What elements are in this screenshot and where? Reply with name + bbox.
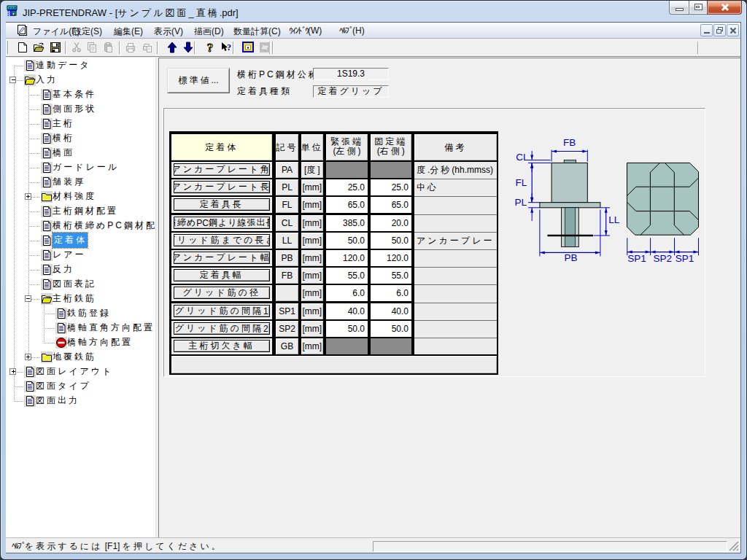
svg-text:FB: FB — [563, 137, 576, 148]
svg-text:?: ? — [207, 41, 214, 55]
svg-text:PB: PB — [564, 252, 577, 263]
svg-text:SP1: SP1 — [627, 253, 646, 264]
svg-text:?: ? — [227, 42, 231, 52]
svg-text:PL: PL — [515, 197, 527, 208]
svg-text:FL: FL — [516, 177, 527, 188]
svg-text:SP2: SP2 — [654, 253, 673, 264]
svg-text:SP1: SP1 — [676, 253, 694, 264]
svg-text:LL: LL — [608, 214, 620, 225]
svg-text:CL: CL — [516, 152, 529, 163]
